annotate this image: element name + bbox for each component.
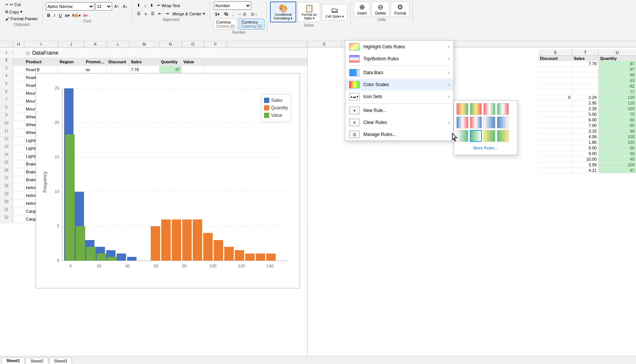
right-discount-8[interactable]: [538, 106, 572, 111]
right-sales-10[interactable]: 6.00: [572, 117, 598, 122]
right-sales-9[interactable]: 5.00: [572, 112, 598, 117]
decrease-decimal-button[interactable]: ←.0: [237, 11, 247, 17]
cell-H15[interactable]: [13, 160, 24, 168]
right-quantity-7[interactable]: 110: [598, 100, 636, 106]
header-discount[interactable]: Discount: [107, 58, 129, 66]
decrease-indent-button[interactable]: ⇤: [157, 10, 163, 17]
cell-product-0[interactable]: Road B: [24, 66, 58, 73]
cell-H1[interactable]: [13, 49, 24, 57]
right-sales-4[interactable]: [572, 84, 598, 89]
right-quantity-8[interactable]: 103: [598, 106, 636, 111]
font-family-select[interactable]: Aptos Narrow: [46, 2, 94, 10]
right-discount-3[interactable]: [538, 78, 572, 83]
right-discount-19[interactable]: [538, 168, 572, 173]
right-discount-4[interactable]: [538, 84, 572, 89]
header-product[interactable]: Product: [24, 58, 58, 66]
right-sales-8[interactable]: 2.28: [572, 106, 598, 111]
increase-font-button[interactable]: A↑: [113, 3, 121, 9]
right-discount-7[interactable]: [538, 100, 572, 106]
right-sales-1[interactable]: [572, 67, 598, 72]
header-value[interactable]: Value: [182, 58, 204, 66]
insert-button[interactable]: ⊕ Insert: [354, 1, 370, 17]
cell-H22[interactable]: [13, 215, 24, 223]
right-discount-1[interactable]: [538, 67, 572, 72]
increase-decimal-button[interactable]: .0→: [249, 11, 260, 17]
clear-rules-item[interactable]: ✕ Clear Rules ›: [345, 116, 453, 128]
right-table-row[interactable]: 97: [538, 67, 636, 72]
cell-H7[interactable]: [13, 97, 24, 105]
icon-sets-item[interactable]: ▲▬▼ Icon Sets ›: [345, 91, 453, 103]
cell-H20[interactable]: [13, 200, 24, 207]
right-table-row[interactable]: 82: [538, 84, 636, 89]
cell-H18[interactable]: [13, 184, 24, 191]
scale-grw[interactable]: [483, 103, 495, 115]
right-table-row[interactable]: 6.00 60: [538, 117, 636, 123]
right-discount-0[interactable]: [538, 61, 572, 66]
right-sales-0[interactable]: 7.78: [572, 61, 598, 66]
right-discount-17[interactable]: [538, 157, 572, 162]
scale-gw[interactable]: [470, 130, 482, 142]
right-discount-13[interactable]: [538, 134, 572, 139]
right-table-row[interactable]: 1.80 120: [538, 140, 636, 145]
color-scales-item[interactable]: Color Scales ›: [345, 79, 453, 91]
cell-H16[interactable]: [13, 168, 24, 176]
right-table-row[interactable]: 7.78 87: [538, 61, 636, 67]
cell-H2[interactable]: [13, 58, 24, 66]
right-quantity-16[interactable]: 50: [598, 151, 636, 156]
right-table-row[interactable]: 8.00 55: [538, 145, 636, 151]
right-quantity-1[interactable]: 97: [598, 67, 636, 72]
scale-wg[interactable]: [456, 130, 468, 142]
cell-H3[interactable]: [13, 66, 24, 73]
scale-rwb[interactable]: [470, 116, 482, 128]
right-discount-18[interactable]: [538, 162, 572, 167]
sheet-tab-3[interactable]: Sheet3: [49, 358, 72, 364]
format-as-table-button[interactable]: 📋 Format asTable ▾: [298, 2, 320, 22]
table-row[interactable]: 3 Road B es 7.78 87: [0, 66, 307, 74]
cell-styles-button[interactable]: 🗂 Cell Styles ▾: [322, 4, 347, 20]
delete-button[interactable]: ⊖ Delete: [372, 1, 389, 17]
cell-H21[interactable]: [13, 207, 24, 215]
copy-dropdown-arrow[interactable]: ▾: [20, 9, 22, 14]
right-table-row[interactable]: 9.00 50: [538, 151, 636, 157]
conditional-formatting-button[interactable]: 🎨 ConditionalFormatting ▾: [270, 1, 297, 22]
cell-H8[interactable]: [13, 105, 24, 113]
right-discount-9[interactable]: [538, 112, 572, 117]
right-quantity-6[interactable]: 120: [598, 95, 636, 100]
sheet-tab-2[interactable]: Sheet2: [26, 358, 48, 364]
align-bottom-button[interactable]: ⬇: [148, 2, 155, 9]
scale-gy[interactable]: [497, 130, 509, 142]
right-quantity-5[interactable]: 77: [598, 89, 636, 94]
right-quantity-19[interactable]: 87: [598, 168, 636, 173]
right-sales-14[interactable]: 1.80: [572, 140, 598, 145]
cell-promoted-0[interactable]: es: [84, 66, 107, 73]
right-sales-6[interactable]: 2.24: [572, 95, 598, 100]
cell-quantity-0[interactable]: 87: [159, 66, 182, 73]
right-quantity-17[interactable]: 40: [598, 157, 636, 162]
cell-H14[interactable]: [13, 152, 24, 160]
right-table-row[interactable]: 77: [538, 89, 636, 95]
scale-bwr[interactable]: [456, 116, 468, 128]
right-quantity-11[interactable]: 60: [598, 123, 636, 128]
font-color-button[interactable]: A▾: [82, 13, 88, 18]
scale-yg[interactable]: [483, 130, 495, 142]
right-table-row[interactable]: 0 2.24 120: [538, 95, 636, 100]
cell-H13[interactable]: [13, 145, 24, 152]
align-center-button[interactable]: ≡: [143, 11, 148, 17]
right-discount-16[interactable]: [538, 151, 572, 156]
cell-H4[interactable]: [13, 74, 24, 81]
cut-button[interactable]: ✂ ✂ Cut: [4, 1, 39, 8]
right-table-row[interactable]: 3.10 68: [538, 128, 636, 134]
right-table-row[interactable]: 90: [538, 72, 636, 78]
top-bottom-item[interactable]: Top/Bottom Rules ›: [345, 53, 453, 65]
right-quantity-14[interactable]: 120: [598, 140, 636, 145]
scale-wgr[interactable]: [497, 103, 509, 115]
cell-sales-0[interactable]: 7.78: [129, 66, 159, 73]
right-table-row[interactable]: 63: [538, 78, 636, 84]
more-rules-link[interactable]: More Rules...: [456, 143, 515, 152]
right-discount-11[interactable]: [538, 123, 572, 128]
border-button[interactable]: ⊞▾: [64, 13, 70, 18]
right-discount-2[interactable]: [538, 72, 572, 78]
right-discount-6[interactable]: 0: [538, 95, 572, 100]
sheet-tab-1[interactable]: Sheet1: [2, 357, 25, 364]
highlight-color-button[interactable]: A🎨▾: [71, 13, 82, 18]
